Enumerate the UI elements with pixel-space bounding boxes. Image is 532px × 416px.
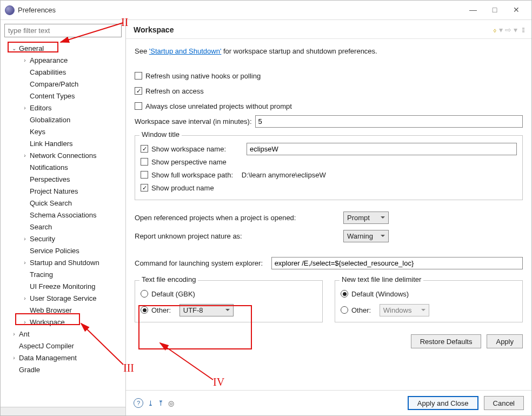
- tree-item[interactable]: Web Browser: [3, 304, 125, 316]
- tree-item[interactable]: ›Ant: [3, 328, 125, 340]
- refresh-access-checkbox[interactable]: ✓: [135, 87, 142, 95]
- unknown-nature-select[interactable]: Warning: [343, 230, 389, 242]
- see-text: See 'Startup and Shutdown' for workspace…: [135, 44, 523, 57]
- tree-item[interactable]: ›Editors: [3, 102, 125, 114]
- restore-defaults-button[interactable]: Restore Defaults: [411, 334, 482, 348]
- show-fullpath-label: Show full workspace path:: [151, 171, 233, 179]
- startup-shutdown-link[interactable]: 'Startup and Shutdown': [149, 47, 222, 55]
- tree-item[interactable]: Globalization: [3, 114, 125, 126]
- refresh-native-checkbox[interactable]: [135, 72, 142, 80]
- save-interval-input[interactable]: [255, 115, 523, 128]
- forward-icon[interactable]: ⇨: [505, 25, 511, 34]
- export-icon[interactable]: ⤒: [158, 399, 164, 407]
- explorer-label: Command for launching system explorer:: [135, 259, 263, 267]
- tree-item[interactable]: Compare/Patch: [3, 78, 125, 90]
- encoding-default-radio[interactable]: [141, 290, 148, 298]
- tree-item[interactable]: Search: [3, 221, 125, 233]
- show-ws-name-label: Show workspace name:: [151, 145, 243, 153]
- tree-item[interactable]: Notifications: [3, 161, 125, 173]
- tree-item[interactable]: Project Natures: [3, 185, 125, 197]
- explorer-input[interactable]: [271, 257, 523, 269]
- open-ref-label: Open referenced projects when a project …: [135, 214, 340, 222]
- fullpath-value: D:\learn anymore\eclipseW: [242, 171, 326, 179]
- delim-other-label: Other:: [351, 306, 371, 314]
- back-menu-icon[interactable]: ▾: [499, 25, 503, 34]
- app-icon: [5, 5, 15, 15]
- ws-name-input[interactable]: [247, 143, 517, 155]
- window-title: Preferences: [18, 6, 56, 14]
- close-unrelated-label: Always close unrelated projects without …: [145, 102, 292, 110]
- apply-and-close-button[interactable]: Apply and Close: [408, 396, 478, 410]
- tree-item[interactable]: ›Security: [3, 233, 125, 245]
- delim-other-select: Windows: [380, 304, 429, 316]
- tree-item-general[interactable]: ⌄General: [3, 42, 125, 54]
- close-button[interactable]: ✕: [506, 3, 527, 18]
- apply-button[interactable]: Apply: [487, 334, 523, 348]
- forward-menu-icon[interactable]: ▾: [514, 25, 517, 34]
- open-ref-select[interactable]: Prompt: [343, 212, 389, 224]
- close-unrelated-checkbox[interactable]: [135, 102, 142, 110]
- tree-item[interactable]: Capabilities: [3, 66, 125, 78]
- tree-item[interactable]: AspectJ Compiler: [3, 340, 125, 352]
- show-fullpath-checkbox[interactable]: [141, 171, 148, 179]
- import-icon[interactable]: ⤓: [148, 399, 154, 407]
- help-icon[interactable]: ?: [134, 398, 143, 408]
- tree-item[interactable]: ›Network Connections: [3, 149, 125, 161]
- save-interval-label: Workspace save interval (in minutes):: [135, 117, 252, 126]
- maximize-button[interactable]: □: [484, 3, 506, 18]
- encoding-group: Text file encoding Default (GBK) Other: …: [135, 280, 323, 322]
- tree-hscroll[interactable]: [1, 407, 125, 415]
- cancel-button[interactable]: Cancel: [484, 396, 524, 410]
- tree-item[interactable]: ›Workspace: [3, 316, 125, 328]
- encoding-other-radio[interactable]: [141, 306, 148, 314]
- tree-item[interactable]: ›Data Management: [3, 352, 125, 364]
- back-icon[interactable]: ⬨: [493, 25, 497, 34]
- titlebar: Preferences — □ ✕: [1, 1, 531, 20]
- filter-input[interactable]: [4, 24, 122, 37]
- oomph-icon[interactable]: ◎: [168, 399, 174, 407]
- show-persp-label: Show perspective name: [151, 158, 227, 166]
- tree-item[interactable]: Link Handlers: [3, 137, 125, 149]
- tree-item[interactable]: ›User Storage Service: [3, 292, 125, 304]
- tree-item[interactable]: Gradle: [3, 364, 125, 375]
- show-ws-name-checkbox[interactable]: ✓: [141, 145, 148, 153]
- delimiter-group: New text file line delimiter Default (Wi…: [335, 280, 523, 322]
- show-product-checkbox[interactable]: ✓: [141, 184, 148, 192]
- refresh-native-label: Refresh using native hooks or polling: [145, 72, 261, 80]
- preference-tree[interactable]: ⌄General ›AppearanceCapabilitiesCompare/…: [1, 41, 125, 407]
- encoding-other-label: Other:: [151, 306, 171, 314]
- tree-item[interactable]: Service Policies: [3, 245, 125, 256]
- show-product-label: Show product name: [151, 184, 214, 192]
- delim-other-radio[interactable]: [341, 306, 348, 314]
- page-title: Workspace: [134, 25, 491, 34]
- page-menu-icon[interactable]: ⁝⁝: [522, 26, 524, 34]
- tree-item[interactable]: ›Appearance: [3, 54, 125, 66]
- tree-item[interactable]: Keys: [3, 126, 125, 137]
- tree-item[interactable]: Content Types: [3, 90, 125, 102]
- unknown-nature-label: Report unknown project nature as:: [135, 232, 340, 240]
- delim-default-label: Default (Windows): [351, 290, 409, 298]
- nav-panel: ⌄General ›AppearanceCapabilitiesCompare/…: [1, 20, 126, 415]
- show-persp-checkbox[interactable]: [141, 158, 148, 166]
- minimize-button[interactable]: —: [462, 3, 484, 18]
- tree-item[interactable]: UI Freeze Monitoring: [3, 280, 125, 292]
- tree-item[interactable]: Schema Associations: [3, 209, 125, 221]
- tree-item[interactable]: Tracing: [3, 268, 125, 280]
- delim-default-radio[interactable]: [341, 290, 348, 298]
- encoding-default-label: Default (GBK): [151, 290, 195, 298]
- tree-item[interactable]: Quick Search: [3, 197, 125, 209]
- window-title-group: Window title ✓Show workspace name: Show …: [135, 135, 523, 200]
- tree-item[interactable]: Perspectives: [3, 173, 125, 185]
- encoding-other-select[interactable]: UTF-8: [179, 304, 234, 316]
- refresh-access-label: Refresh on access: [145, 87, 204, 95]
- tree-item[interactable]: ›Startup and Shutdown: [3, 256, 125, 268]
